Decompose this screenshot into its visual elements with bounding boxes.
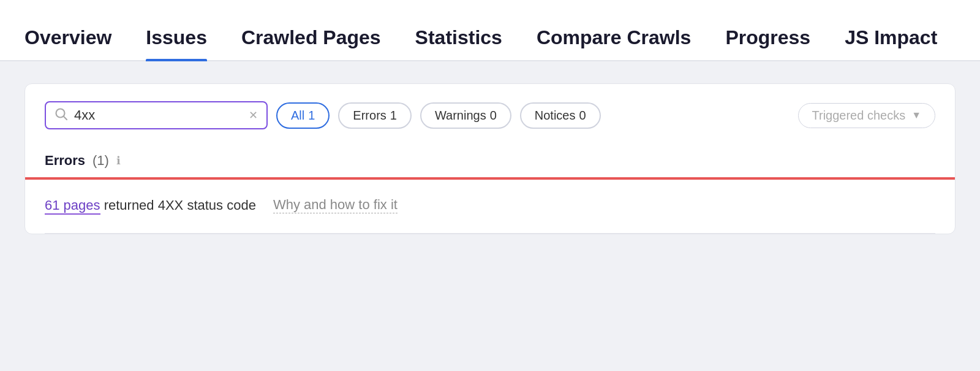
filter-bar: ✕ All1 Errors1 Warnings0 Notices0 Trigge… bbox=[45, 101, 935, 129]
issues-card: ✕ All1 Errors1 Warnings0 Notices0 Trigge… bbox=[24, 83, 956, 234]
search-wrapper: ✕ bbox=[45, 101, 268, 129]
search-icon bbox=[55, 107, 68, 123]
tab-js-impact[interactable]: JS Impact bbox=[827, 26, 954, 60]
chevron-down-icon: ▼ bbox=[911, 110, 921, 121]
triggered-checks-dropdown[interactable]: Triggered checks ▼ bbox=[798, 103, 936, 128]
error-description: returned 4XX status code bbox=[100, 197, 256, 213]
main-content: ✕ All1 Errors1 Warnings0 Notices0 Trigge… bbox=[0, 61, 980, 256]
search-input[interactable] bbox=[74, 107, 243, 123]
clear-icon[interactable]: ✕ bbox=[249, 109, 258, 122]
info-icon[interactable]: ℹ bbox=[116, 154, 121, 167]
tab-overview[interactable]: Overview bbox=[24, 26, 129, 60]
tab-crawled-pages[interactable]: Crawled Pages bbox=[224, 26, 398, 60]
svg-line-1 bbox=[64, 117, 67, 120]
filter-errors-button[interactable]: Errors1 bbox=[338, 102, 412, 129]
errors-count: (1) bbox=[92, 153, 109, 169]
error-row: 61 pages returned 4XX status code Why an… bbox=[45, 180, 935, 234]
fix-link[interactable]: Why and how to fix it bbox=[273, 197, 398, 213]
tab-progress[interactable]: Progress bbox=[708, 26, 827, 60]
filter-notices-button[interactable]: Notices0 bbox=[520, 102, 601, 129]
tab-issues[interactable]: Issues bbox=[129, 26, 224, 60]
errors-section-header: Errors (1) ℹ bbox=[45, 147, 935, 177]
nav-tabs: Overview Issues Crawled Pages Statistics… bbox=[0, 0, 980, 61]
errors-title: Errors bbox=[45, 153, 85, 169]
tab-compare-crawls[interactable]: Compare Crawls bbox=[519, 26, 709, 60]
tab-statistics[interactable]: Statistics bbox=[398, 26, 519, 60]
filter-warnings-button[interactable]: Warnings0 bbox=[420, 102, 511, 129]
pages-link[interactable]: 61 pages bbox=[45, 197, 100, 215]
filter-all-button[interactable]: All1 bbox=[276, 102, 330, 129]
